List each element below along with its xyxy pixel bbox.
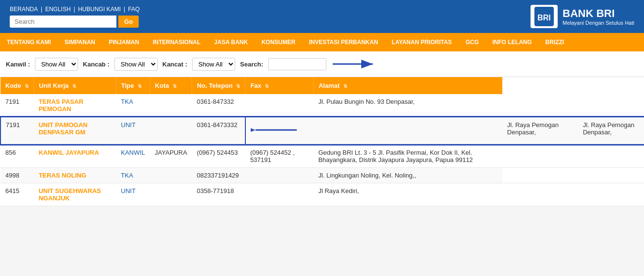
left-arrow-annotation-cell (245, 117, 314, 145)
cell-no_telepon: 082337191429 (192, 168, 245, 183)
bri-logo-icon: BRI (531, 5, 558, 28)
link-tipe[interactable]: KANWIL (121, 149, 145, 156)
cell-kode: 7191 (0, 94, 34, 117)
link-tipe[interactable]: UNIT (121, 187, 135, 195)
right-arrow-annotation (330, 55, 379, 73)
logo-text: BANK BRI Melayani Dengan Setulus Hati (563, 7, 634, 26)
svg-text:BRI: BRI (537, 14, 551, 22)
header-search-bar: Go (10, 16, 140, 28)
col-tipe[interactable]: Tipe ⇅ (116, 77, 150, 94)
kancab-select[interactable]: Show All (114, 58, 158, 71)
link-unit_kerja[interactable]: KANWIL JAYAPURA (39, 149, 99, 156)
nav-pinjaman[interactable]: PINJAMAN (102, 33, 146, 51)
col-kode[interactable]: Kode ⇅ (0, 77, 34, 94)
cell-no_telepon: 0358-771918 (192, 183, 245, 206)
table-row: 4998TERAS NOLINGTKA082337191429Jl. Lingk… (0, 168, 644, 183)
cell-unit_kerja[interactable]: TERAS NOLING (34, 168, 116, 183)
cell-unit_kerja[interactable]: UNIT SUGEHWARAS NGANJUK (34, 183, 116, 206)
cell-alamat: Jl. Raya Pemogan Denpasar, (578, 117, 644, 145)
cell-fax (245, 168, 314, 183)
cell-alamat: Jl. Pulau Bungin No. 93 Denpasar, (313, 94, 502, 117)
cell-kota: JAYAPURA (150, 145, 192, 168)
nav-investasi[interactable]: INVESTASI PERBANKAN (302, 33, 385, 51)
link-tipe[interactable]: TKA (121, 172, 133, 179)
cell-kota (150, 168, 192, 183)
cell-tipe[interactable]: KANWIL (116, 145, 150, 168)
cell-kode: 7191 (0, 117, 34, 145)
link-tipe[interactable]: TKA (121, 98, 133, 105)
table-body: 7191TERAS PASAR PEMOGANTKA0361-847332Jl.… (0, 94, 644, 206)
cell-tipe[interactable]: UNIT (116, 183, 150, 206)
nav-layanan-prioritas[interactable]: LAYANAN PRIORITAS (385, 33, 459, 51)
cell-no_telepon: 0361-847332 (192, 94, 245, 117)
nav-gcg[interactable]: GCG (459, 33, 485, 51)
kancab-label: Kancab : (83, 61, 110, 68)
nav-internasional[interactable]: INTERNASIONAL (146, 33, 208, 51)
nav-konsumer[interactable]: KONSUMER (255, 33, 302, 51)
link-tipe[interactable]: UNIT (121, 121, 135, 129)
col-no-telepon[interactable]: No. Telepon ⇅ (192, 77, 245, 94)
cell-fax (245, 183, 314, 206)
cell-fax (568, 117, 578, 145)
header-search-button[interactable]: Go (118, 16, 139, 28)
table-row: 7191UNIT PAMOGAN DENPASAR GMUNIT0361-847… (0, 117, 644, 145)
table-header: Kode ⇅ Unit Kerja ⇅ Tipe ⇅ Kota ⇅ No. Te… (0, 77, 644, 94)
link-unit_kerja[interactable]: TERAS PASAR PEMOGAN (39, 98, 83, 113)
cell-kode: 6415 (0, 183, 34, 206)
left-arrow-annotation (251, 121, 299, 139)
cell-fax: (0967) 524452 , 537191 (245, 145, 314, 168)
nav-faq[interactable]: FAQ (128, 6, 140, 13)
logo-area: BRI BANK BRI Melayani Dengan Setulus Hat… (531, 5, 634, 28)
cell-kode: 856 (0, 145, 34, 168)
link-unit_kerja[interactable]: TERAS NOLING (39, 172, 86, 179)
cell-kota (150, 117, 192, 145)
cell-unit_kerja[interactable]: TERAS PASAR PEMOGAN (34, 94, 116, 117)
cell-unit_kerja[interactable]: KANWIL JAYAPURA (34, 145, 116, 168)
col-alamat[interactable]: Alamat ⇅ (313, 77, 502, 94)
table-row: 7191TERAS PASAR PEMOGANTKA0361-847332Jl.… (0, 94, 644, 117)
cell-tipe[interactable]: TKA (116, 94, 150, 117)
results-table-container: Kode ⇅ Unit Kerja ⇅ Tipe ⇅ Kota ⇅ No. Te… (0, 77, 644, 206)
sort-icon-tipe: ⇅ (138, 83, 142, 89)
kanwil-select[interactable]: Show All (35, 58, 78, 71)
nav-simpanan[interactable]: SIMPANAN (58, 33, 102, 51)
link-unit_kerja[interactable]: UNIT SUGEHWARAS NGANJUK (39, 187, 101, 202)
header-search-input[interactable] (10, 16, 116, 28)
bank-tagline: Melayani Dengan Setulus Hati (563, 20, 634, 26)
cell-kode: 4998 (0, 168, 34, 183)
nav-brizzi[interactable]: BRIZZI (539, 33, 571, 51)
sort-icon-unit-kerja: ⇅ (72, 83, 76, 89)
sort-icon-kode: ⇅ (25, 83, 29, 89)
main-navigation: TENTANG KAMI SIMPANAN PINJAMAN INTERNASI… (0, 33, 644, 51)
col-kota[interactable]: Kota ⇅ (150, 77, 192, 94)
nav-english[interactable]: ENGLISH (45, 6, 71, 13)
results-table: Kode ⇅ Unit Kerja ⇅ Tipe ⇅ Kota ⇅ No. Te… (0, 77, 644, 206)
nav-tentang-kami[interactable]: TENTANG KAMI (0, 33, 58, 51)
link-unit_kerja[interactable]: UNIT PAMOGAN DENPASAR GM (39, 121, 88, 136)
nav-hubungi[interactable]: HUBUNGI KAMI (78, 6, 121, 13)
cell-tipe[interactable]: UNIT (116, 117, 150, 145)
cell-alamat: Gedung BRI Lt. 3 - 5 Jl. Pasifik Permai,… (313, 145, 502, 168)
col-unit-kerja[interactable]: Unit Kerja ⇅ (34, 77, 116, 94)
sort-icon-alamat: ⇅ (343, 83, 347, 89)
cell-kota (150, 183, 192, 206)
cell-tipe[interactable]: TKA (116, 168, 150, 183)
kanwil-label: Kanwil : (6, 61, 30, 68)
sort-icon-no-telepon: ⇅ (236, 83, 240, 89)
bank-name: BANK BRI (563, 7, 615, 20)
cell-kota (150, 94, 192, 117)
cell-unit_kerja[interactable]: UNIT PAMOGAN DENPASAR GM (34, 117, 116, 145)
sort-icon-fax: ⇅ (265, 83, 269, 89)
top-navigation: BERANDA | ENGLISH | HUBUNGI KAMI | FAQ (10, 6, 140, 13)
table-row: 856KANWIL JAYAPURAKANWILJAYAPURA(0967) 5… (0, 145, 644, 168)
nav-beranda[interactable]: BERANDA (10, 6, 38, 13)
cell-alamat: Jl Raya Kediri, (313, 183, 502, 206)
filter-search-input[interactable]: 7191 (268, 58, 326, 70)
cell-no_telepon: (0967) 524453 (192, 145, 245, 168)
col-fax[interactable]: Fax ⇅ (245, 77, 314, 94)
cell-fax (313, 117, 502, 145)
nav-jasa-bank[interactable]: JASA BANK (208, 33, 255, 51)
filter-bar: Kanwil : Show All Kancab : Show All Kanc… (0, 51, 644, 77)
nav-info-lelang[interactable]: INFO LELANG (485, 33, 538, 51)
kancat-select[interactable]: Show All (192, 58, 235, 71)
